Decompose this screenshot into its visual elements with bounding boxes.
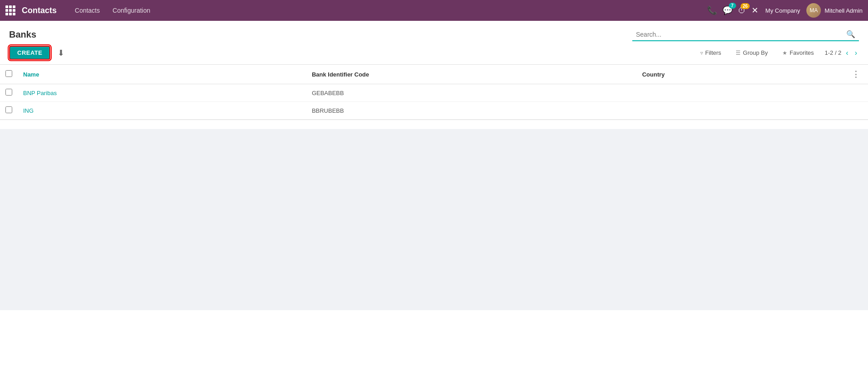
- groupby-button[interactable]: ☰ Group By: [732, 48, 771, 58]
- col-header-bic: Bank Identifier Code: [306, 65, 637, 84]
- banks-table: Name Bank Identifier Code Country ⋮ BNP …: [0, 64, 868, 120]
- table-row: ING BBRUBEBB: [0, 102, 868, 120]
- activity-icon[interactable]: ⏱ 26: [738, 6, 746, 15]
- create-button[interactable]: CREATE: [9, 46, 50, 60]
- avatar: MA: [806, 3, 821, 18]
- app-name[interactable]: Contacts: [22, 6, 57, 15]
- nav-contacts[interactable]: Contacts: [69, 4, 105, 17]
- row-options-2: [844, 102, 868, 120]
- bank-link-1[interactable]: BNP Paribas: [23, 90, 57, 96]
- prev-page-button[interactable]: ‹: [844, 48, 850, 58]
- search-bar: 🔍: [632, 28, 859, 41]
- col-header-country: Country: [637, 65, 844, 84]
- activity-badge: 26: [741, 3, 749, 9]
- col-header-options: ⋮: [844, 65, 868, 84]
- row-checkbox-1[interactable]: [5, 89, 12, 96]
- table-divider: [0, 120, 868, 120]
- favorites-label: Favorites: [790, 49, 814, 56]
- search-icon[interactable]: 🔍: [846, 30, 855, 38]
- app-grid-icon[interactable]: [5, 5, 15, 15]
- pagination-text: 1-2 / 2: [824, 49, 841, 56]
- column-options-icon[interactable]: ⋮: [849, 69, 863, 80]
- user-menu[interactable]: MA Mitchell Admin: [806, 3, 863, 18]
- content-area: Banks 🔍 CREATE ⬇ ▿ Filters ☰ Group By ★ …: [0, 21, 868, 379]
- row-checkbox-cell: [0, 84, 18, 102]
- page-title: Banks: [9, 29, 36, 40]
- header-checkbox-cell: [0, 65, 18, 84]
- messages-badge: 7: [729, 3, 736, 9]
- company-selector[interactable]: My Company: [766, 7, 800, 14]
- toolbar: CREATE ⬇ ▿ Filters ☰ Group By ★ Favorite…: [0, 41, 868, 64]
- bank-name-2[interactable]: ING: [18, 102, 306, 120]
- table-body: BNP Paribas GEBABEBB ING BBRUBEBB: [0, 84, 868, 120]
- toolbar-right: ▿ Filters ☰ Group By ★ Favorites 1-2 / 2…: [697, 48, 859, 58]
- phone-icon[interactable]: 📞: [707, 5, 717, 15]
- search-input[interactable]: [636, 31, 846, 38]
- bank-bic-1: GEBABEBB: [306, 84, 637, 102]
- select-all-checkbox[interactable]: [5, 70, 12, 77]
- table-header: Name Bank Identifier Code Country ⋮: [0, 65, 868, 84]
- nav-configuration[interactable]: Configuration: [107, 4, 155, 17]
- download-button[interactable]: ⬇: [54, 46, 68, 60]
- user-name: Mitchell Admin: [824, 7, 863, 14]
- row-checkbox-cell: [0, 102, 18, 120]
- topbar-icons: 📞 💬 7 ⏱ 26 ✕: [707, 5, 758, 15]
- bottom-area: [0, 129, 868, 310]
- filters-label: Filters: [705, 49, 721, 56]
- filter-icon: ▿: [700, 50, 703, 56]
- row-options-1: [844, 84, 868, 102]
- top-nav: Contacts Configuration: [69, 4, 156, 17]
- page-header: Banks 🔍: [0, 21, 868, 41]
- groupby-label: Group By: [743, 49, 768, 56]
- close-icon[interactable]: ✕: [752, 5, 758, 15]
- topbar: Contacts Contacts Configuration 📞 💬 7 ⏱ …: [0, 0, 868, 21]
- bank-bic-2: BBRUBEBB: [306, 102, 637, 120]
- toolbar-left: CREATE ⬇: [9, 46, 68, 60]
- col-header-name: Name: [18, 65, 306, 84]
- filters-button[interactable]: ▿ Filters: [697, 48, 725, 58]
- table-row: BNP Paribas GEBABEBB: [0, 84, 868, 102]
- row-checkbox-2[interactable]: [5, 106, 12, 113]
- groupby-icon: ☰: [736, 50, 741, 56]
- next-page-button[interactable]: ›: [853, 48, 859, 58]
- star-icon: ★: [782, 50, 787, 56]
- bank-country-1: [637, 84, 844, 102]
- bank-country-2: [637, 102, 844, 120]
- bank-name-1[interactable]: BNP Paribas: [18, 84, 306, 102]
- bank-link-2[interactable]: ING: [23, 107, 34, 114]
- messages-icon[interactable]: 💬 7: [723, 5, 732, 15]
- pagination: 1-2 / 2 ‹ ›: [824, 48, 859, 58]
- favorites-button[interactable]: ★ Favorites: [779, 48, 817, 58]
